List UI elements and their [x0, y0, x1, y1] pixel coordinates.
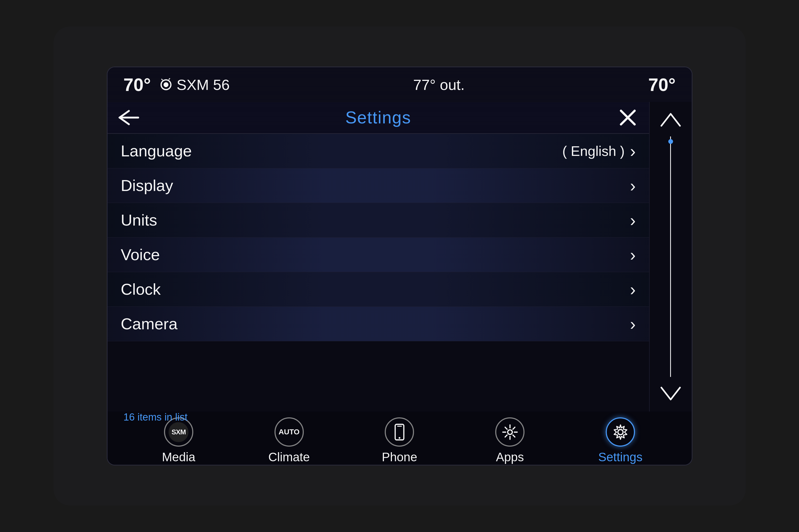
- apps-icon: [495, 417, 525, 446]
- close-button[interactable]: [615, 110, 641, 126]
- chevron-right-icon: ›: [630, 210, 636, 230]
- panel-title: Settings: [345, 108, 411, 128]
- status-bar: 70° SXM 56 77° out. 70°: [108, 67, 692, 102]
- svg-line-12: [513, 435, 515, 437]
- svg-line-14: [505, 435, 507, 437]
- radio-icon: [159, 77, 173, 92]
- item-label: Display: [121, 176, 630, 195]
- scroll-up-button[interactable]: [655, 107, 687, 134]
- chevron-right-icon: ›: [630, 314, 636, 334]
- radio-display: SXM 56: [159, 76, 230, 93]
- close-icon: [618, 108, 637, 127]
- item-label: Camera: [121, 315, 630, 333]
- scroll-track: [670, 136, 671, 377]
- nav-item-apps[interactable]: Apps: [470, 417, 550, 464]
- scroll-down-button[interactable]: [655, 380, 687, 406]
- settings-item-voice[interactable]: Voice›: [108, 238, 649, 272]
- radio-label: SXM 56: [177, 76, 230, 93]
- list-count: 16 items in list: [124, 412, 188, 423]
- item-label: Language: [121, 142, 563, 160]
- item-label: Units: [121, 211, 630, 229]
- chevron-right-icon: ›: [630, 245, 636, 265]
- phone-icon: [385, 417, 414, 446]
- item-label: Voice: [121, 246, 630, 264]
- screen: 70° SXM 56 77° out. 70°: [107, 66, 692, 466]
- settings-item-camera[interactable]: Camera›: [108, 307, 649, 341]
- main-area: Settings Language( English )›Display›Uni…: [108, 102, 692, 412]
- back-arrow-icon: [118, 110, 140, 126]
- settings-nav-icon: [606, 417, 635, 446]
- settings-list: Language( English )›Display›Units›Voice›…: [108, 134, 649, 412]
- chevron-right-icon: ›: [630, 280, 636, 299]
- status-left: 70° SXM 56: [124, 74, 230, 95]
- nav-items: SXM Media AUTO Climate: [124, 412, 676, 464]
- settings-item-units[interactable]: Units›: [108, 203, 649, 238]
- panel-header: Settings: [108, 102, 649, 134]
- svg-line-13: [513, 427, 515, 429]
- outside-temp: 77° out.: [413, 76, 465, 93]
- nav-item-settings[interactable]: Settings: [580, 417, 660, 464]
- svg-line-11: [505, 427, 507, 429]
- temp-right: 70°: [648, 74, 676, 95]
- back-button[interactable]: [118, 110, 140, 126]
- outer-bezel: 70° SXM 56 77° out. 70°: [54, 26, 746, 506]
- temp-left: 70°: [124, 74, 151, 95]
- svg-point-15: [618, 429, 623, 435]
- chevron-right-icon: ›: [630, 176, 636, 195]
- settings-nav-label: Settings: [598, 450, 642, 464]
- scroll-up-icon: [659, 111, 683, 130]
- climate-icon: AUTO: [274, 417, 304, 446]
- settings-item-clock[interactable]: Clock›: [108, 272, 649, 307]
- settings-item-display[interactable]: Display›: [108, 168, 649, 203]
- nav-item-phone[interactable]: Phone: [359, 417, 439, 464]
- item-value: ( English ): [562, 143, 624, 159]
- chevron-right-icon: ›: [630, 141, 636, 161]
- apps-label: Apps: [496, 450, 524, 464]
- climate-label: Climate: [268, 450, 310, 464]
- media-label: Media: [162, 450, 195, 464]
- svg-point-5: [399, 437, 400, 439]
- settings-item-language[interactable]: Language( English )›: [108, 134, 649, 168]
- scroll-down-icon: [659, 384, 683, 402]
- scrollbar: [649, 102, 692, 412]
- bottom-nav: 16 items in list SXM Media AUTO Climate: [108, 412, 692, 465]
- nav-item-media[interactable]: SXM Media: [139, 417, 219, 464]
- svg-point-6: [508, 430, 512, 434]
- settings-panel: Settings Language( English )›Display›Uni…: [108, 102, 649, 412]
- scroll-thumb[interactable]: [668, 139, 673, 144]
- nav-item-climate[interactable]: AUTO Climate: [249, 417, 329, 464]
- svg-rect-4: [397, 425, 402, 426]
- item-label: Clock: [121, 280, 630, 299]
- phone-label: Phone: [382, 450, 417, 464]
